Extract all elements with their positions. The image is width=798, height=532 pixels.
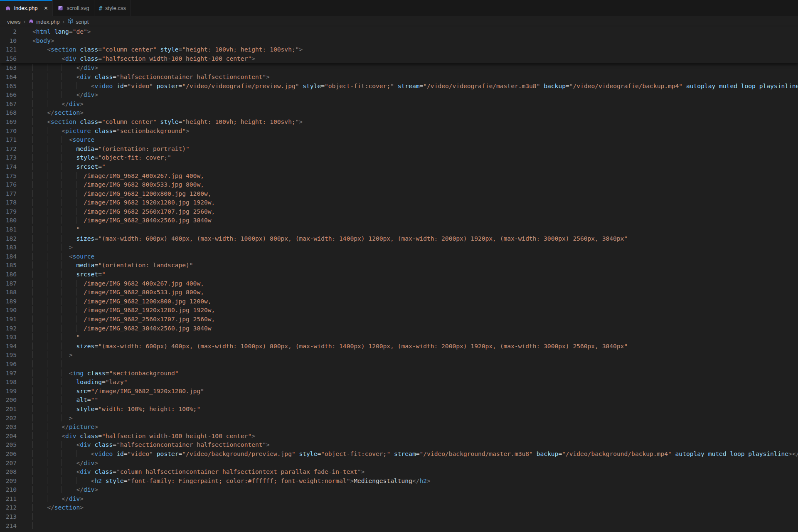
code-line[interactable]: 192 /image/IMG_9682_3840x2560.jpg 3840w [0,324,798,333]
indent-guides [32,405,76,412]
code-line[interactable]: 198 loading="lazy" [0,377,798,387]
line-number: 211 [0,494,17,503]
code-line[interactable]: 205 <div class="halfsectioncontainer hal… [0,440,798,449]
code-line[interactable]: 168 </section> [0,108,798,117]
tab-scroll-svg[interactable]: scroll.svg [53,0,94,16]
code-text: /image/IMG_9682_800x533.jpg 800w, [32,180,204,189]
sticky-line[interactable]: 10<body> [0,36,798,45]
code-line[interactable]: 175 /image/IMG_9682_400x267.jpg 400w, [0,171,798,180]
line-number: 173 [0,153,17,162]
indent-guides [32,127,62,134]
code-line[interactable]: 209 <h2 style="font-family: Fingerpaint;… [0,476,798,485]
indent-guides [32,459,76,466]
code-line[interactable]: 206 <video id="video" poster="/video/bac… [0,449,798,458]
code-text: /image/IMG_9682_3840x2560.jpg 3840w [32,324,212,333]
code-text: </div> [32,485,98,494]
indent-guides [32,208,84,215]
code-line[interactable]: 172 media="(orientation: portrait)" [0,144,798,153]
indent-guides [32,145,76,152]
code-line[interactable]: 169 <section class="column center" style… [0,117,798,126]
code-line[interactable]: 211 </div> [0,494,798,503]
code-line[interactable]: 210 </div> [0,485,798,494]
code-line[interactable]: 199 src="/image/IMG_9682_1920x1280.jpg" [0,387,798,396]
code-line[interactable]: 185 media="(orientation: landscape)" [0,261,798,270]
code-text: srcset=" [32,270,106,279]
code-line[interactable]: 188 /image/IMG_9682_800x533.jpg 800w, [0,288,798,297]
indent-guides [32,244,69,251]
breadcrumb-item-index-php[interactable]: index.php [28,18,59,25]
indent-guides [32,64,76,71]
code-line[interactable]: 163 </div> [0,63,798,72]
code-line[interactable]: 208 <div class="column halfsectioncontai… [0,467,798,476]
code-text: " [32,225,80,234]
editor-tab-bar: index.php ✕ scroll.svg # style.css [0,0,798,16]
code-line[interactable]: 191 /image/IMG_9682_2560x1707.jpg 2560w, [0,315,798,324]
code-line[interactable]: 173 style="object-fit: cover;" [0,153,798,162]
code-line[interactable]: 204 <div class="halfsection width-100 he… [0,431,798,441]
code-line[interactable]: 196 [0,360,798,369]
code-text: </div> [32,90,98,99]
code-line[interactable]: 200 alt="" [0,395,798,404]
code-line[interactable]: 176 /image/IMG_9682_800x533.jpg 800w, [0,180,798,189]
code-text: /image/IMG_9682_3840x2560.jpg 3840w [32,216,212,225]
code-line[interactable]: 178 /image/IMG_9682_1920x1280.jpg 1920w, [0,198,798,207]
code-line[interactable]: 180 /image/IMG_9682_3840x2560.jpg 3840w [0,216,798,225]
code-line[interactable]: 165 <video id="video" poster="/video/vid… [0,81,798,91]
indent-guides [32,423,62,430]
code-line[interactable]: 164 <div class="halfsectioncontainer hal… [0,72,798,81]
code-line[interactable]: 171 <source [0,135,798,144]
code-line[interactable]: 183 > [0,243,798,252]
code-line[interactable]: 187 /image/IMG_9682_400x267.jpg 400w, [0,279,798,288]
breadcrumb-item-script[interactable]: script [67,18,89,25]
code-text: </div> [32,63,98,72]
tab-style-css[interactable]: # style.css [94,0,131,16]
code-line[interactable]: 167 </div> [0,99,798,108]
line-number: 175 [0,171,17,180]
code-line[interactable]: 201 style="width: 100%; height: 100%;" [0,404,798,414]
code-line[interactable]: 170 <picture class="sectionbackground"> [0,126,798,135]
sticky-line[interactable]: 121 <section class="column center" style… [0,45,798,54]
code-line[interactable]: 174 srcset=" [0,162,798,171]
code-text: <source [32,135,94,144]
code-line[interactable]: 189 /image/IMG_9682_1200x800.jpg 1200w, [0,297,798,306]
indent-guides [32,306,84,313]
code-line[interactable]: 177 /image/IMG_9682_1200x800.jpg 1200w, [0,189,798,198]
line-number: 121 [0,45,17,54]
code-line[interactable]: 193 " [0,332,798,342]
code-line[interactable]: 179 /image/IMG_9682_2560x1707.jpg 2560w, [0,207,798,216]
indent-guides [32,261,76,268]
line-number: 206 [0,449,17,458]
sticky-line[interactable]: 2<html lang="de"> [0,27,798,36]
indent-guides [32,396,76,403]
code-line[interactable]: 203 </picture> [0,422,798,431]
code-line[interactable]: 207 </div> [0,458,798,468]
code-line[interactable]: 190 /image/IMG_9682_1920x1280.jpg 1920w, [0,305,798,315]
code-line[interactable]: 197 <img class="sectionbackground" [0,369,798,378]
code-line[interactable]: 195 > [0,350,798,360]
code-line[interactable]: 166 </div> [0,90,798,99]
code-line[interactable]: 182 sizes="(max-width: 600px) 400px, (ma… [0,234,798,243]
code-line[interactable]: 214 [0,521,798,530]
code-line[interactable]: 181 " [0,225,798,234]
indent-guides [32,486,76,493]
code-text: sizes="(max-width: 600px) 400px, (max-wi… [32,234,628,243]
code-line[interactable]: 213 [0,512,798,521]
breadcrumb-item-views[interactable]: views [7,19,21,25]
code-text: <div class="halfsectioncontainer halfsec… [32,72,270,81]
indent-guides [32,73,76,80]
code-line[interactable]: 194 sizes="(max-width: 600px) 400px, (ma… [0,342,798,351]
code-text: <html lang="de"> [32,27,91,36]
line-number: 10 [0,36,17,45]
tab-index-php[interactable]: index.php ✕ [0,0,53,16]
indent-guides [32,235,76,242]
close-icon[interactable]: ✕ [44,6,48,11]
code-text: style="object-fit: cover;" [32,153,171,162]
sticky-line[interactable]: 156 <div class="halfsection width-100 he… [0,54,798,63]
indent-guides [32,342,76,350]
code-line[interactable]: 212 </section> [0,503,798,512]
code-line[interactable]: 202 > [0,414,798,423]
line-number: 174 [0,162,17,171]
line-number: 194 [0,342,17,351]
code-line[interactable]: 186 srcset=" [0,270,798,279]
code-line[interactable]: 184 <source [0,252,798,261]
